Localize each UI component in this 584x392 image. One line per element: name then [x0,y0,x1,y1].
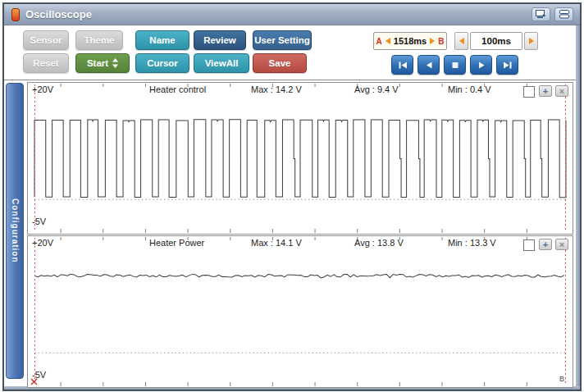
close-channel-button[interactable]: × [555,85,568,97]
channel-title: Heater Power [149,238,204,248]
play-icon [476,61,487,70]
stop-icon [449,61,461,70]
interval-value-box[interactable]: 100ms [470,32,522,50]
theme-button[interactable]: Theme [75,30,123,50]
monitor-icon [536,10,546,19]
waveform-trace [34,274,564,278]
stat-max: Max : 14.1 V [251,238,302,248]
stop-button[interactable] [444,55,466,75]
start-button[interactable]: Start [75,53,130,73]
stat-avg: Avg : 13.8 V [354,238,404,248]
channel-checkbox[interactable] [523,239,535,251]
configuration-tab[interactable]: Configuration [6,83,24,379]
cursor-button[interactable]: Cursor [135,53,189,73]
stat-min: Min : 0.4 V [448,84,491,94]
start-button-label: Start [87,58,108,68]
charts-area: Configuration +20V Heater control Max : … [4,80,576,386]
cursor-b-label: B [438,37,444,46]
spinner-updown-icon [112,58,118,68]
y-min-label: -5V [32,217,46,226]
play-button[interactable] [470,55,492,75]
cursor-a-marker-icon[interactable] [30,378,38,385]
waveform-plot [28,83,573,234]
skip-to-start-icon [397,61,408,70]
skip-to-end-icon [502,61,513,70]
name-button[interactable]: Name [135,30,189,50]
chart-panel-heater-control: +20V Heater control Max : 14.2 V Avg : 9… [27,82,573,235]
chart-panel-heater-power: +20V Heater Power Max : 14.1 V Avg : 13.… [27,235,573,388]
step-back-button[interactable] [417,55,440,75]
close-channel-button[interactable]: × [555,239,568,250]
y-max-label: +20V [32,238,53,248]
stat-max: Max : 14.2 V [251,84,302,94]
configuration-tab-label: Configuration [11,198,20,263]
y-max-label: +20V [32,84,53,94]
titlebar-buttons [532,7,580,21]
interval-increase-button[interactable] [524,32,538,50]
channel-title: Heater control [149,84,206,94]
screen-capture-button[interactable] [532,7,550,21]
viewall-button[interactable]: ViewAll [194,53,249,73]
arrow-left-icon [459,38,464,44]
stacked-bars-icon [559,10,569,19]
stat-avg: Avg : 9.4 V [354,84,399,94]
reset-button[interactable]: Reset [23,53,69,73]
waveform-plot [28,236,573,387]
window-title: Oscilloscope [25,8,92,21]
interval-value: 100ms [481,36,511,46]
window-frame-right [576,25,580,390]
step-back-icon [423,61,435,70]
arrow-left-icon [386,38,390,44]
ab-range-value: 1518ms [394,36,427,46]
stat-min: Min : 13.3 V [448,238,496,248]
skip-to-end-button[interactable] [496,55,518,75]
titlebar: Oscilloscope [4,4,580,25]
arrow-right-icon [430,38,435,44]
channel-checkbox[interactable] [523,86,535,98]
save-button[interactable]: Save [253,53,307,73]
cursor-b-marker-label: B [559,375,564,383]
axis-ticks [61,237,527,386]
app-icon [11,8,20,21]
review-button[interactable]: Review [194,30,246,50]
toolbar: Sensor Theme Name Review User Setting Re… [4,25,576,80]
waveform-trace [34,120,566,198]
oscilloscope-window: Oscilloscope Sensor Theme Name Review Us… [2,2,582,391]
cursor-a-label: A [376,37,382,46]
sensor-button[interactable]: Sensor [23,30,69,50]
skip-to-start-button[interactable] [391,55,413,75]
ab-range-box[interactable]: A 1518ms B [373,32,447,50]
tile-windows-button[interactable] [554,7,573,21]
zoom-plus-button[interactable]: + [539,239,552,250]
arrow-right-icon [529,38,534,44]
zoom-plus-button[interactable]: + [539,85,552,97]
user-setting-button[interactable]: User Setting [253,30,312,50]
interval-decrease-button[interactable] [454,32,468,50]
